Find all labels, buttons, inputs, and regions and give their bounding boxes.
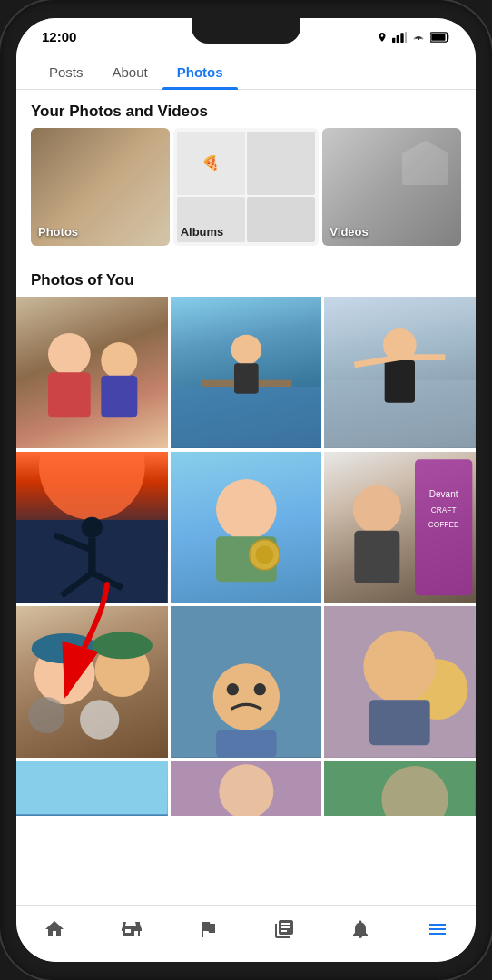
nav-news[interactable] — [262, 915, 306, 944]
grid-photo-9[interactable] — [324, 606, 476, 758]
grid-photo-5[interactable] — [171, 452, 322, 603]
photos-videos-header: Your Photos and Videos — [16, 90, 476, 128]
notch — [192, 18, 300, 44]
svg-point-30 — [255, 545, 273, 564]
nav-home[interactable] — [33, 915, 76, 944]
nav-marketplace[interactable] — [109, 915, 153, 944]
menu-icon — [427, 918, 448, 940]
grid-photo-2[interactable] — [171, 297, 322, 448]
svg-point-27 — [216, 479, 277, 540]
top-thumbnails: Photos 🍕 Albums — [16, 128, 476, 259]
svg-rect-10 — [171, 387, 322, 448]
svg-point-46 — [226, 683, 238, 695]
svg-point-41 — [92, 632, 153, 660]
news-icon — [273, 918, 295, 940]
grid-row2-wrapper: Devant CRAFT COFFEE — [16, 452, 476, 607]
partial-photo-3[interactable] — [324, 761, 476, 816]
photos-grid-row3 — [16, 606, 476, 761]
photos-grid-row1 — [16, 297, 476, 452]
svg-point-43 — [80, 701, 119, 740]
thumb-albums[interactable]: 🍕 Albums — [173, 128, 320, 246]
nav-menu[interactable] — [416, 915, 459, 944]
svg-rect-48 — [216, 730, 277, 758]
grid-photo-8[interactable] — [171, 606, 322, 758]
svg-point-39 — [32, 633, 98, 663]
battery-icon — [430, 32, 450, 43]
svg-point-12 — [231, 335, 261, 365]
svg-point-47 — [253, 683, 265, 695]
svg-point-45 — [212, 664, 279, 730]
svg-point-6 — [48, 333, 91, 376]
thumb-photos-label: Photos — [38, 225, 78, 239]
svg-text:CRAFT: CRAFT — [431, 505, 457, 514]
svg-rect-54 — [16, 814, 168, 816]
phone-frame: 12:00 — [0, 0, 492, 980]
store-icon — [120, 918, 142, 940]
svg-rect-5 — [431, 34, 445, 41]
location-icon — [377, 32, 388, 43]
svg-point-22 — [82, 516, 103, 537]
nav-notifications[interactable] — [339, 915, 382, 944]
bottom-nav — [16, 905, 476, 962]
svg-text:COFFEE: COFFEE — [428, 520, 459, 529]
grid-photo-6[interactable]: Devant CRAFT COFFEE — [324, 452, 476, 603]
svg-rect-16 — [385, 360, 415, 403]
tab-posts[interactable]: Posts — [34, 57, 98, 89]
svg-rect-9 — [101, 376, 137, 418]
svg-point-35 — [353, 485, 401, 533]
svg-rect-0 — [392, 37, 395, 42]
grid-photo-4[interactable] — [16, 452, 168, 603]
thumb-photos[interactable]: Photos — [31, 128, 170, 246]
signal-icon — [392, 32, 407, 43]
thumb-albums-label: Albums — [181, 225, 224, 239]
svg-rect-13 — [234, 363, 259, 393]
svg-point-42 — [28, 697, 64, 733]
tab-about[interactable]: About — [98, 57, 162, 89]
svg-text:Devant: Devant — [429, 489, 458, 499]
partial-photo-1[interactable] — [16, 761, 168, 816]
content-area[interactable]: Posts About Photos Your Photos and Video… — [16, 48, 476, 905]
status-icons — [377, 32, 450, 43]
grid-photo-3[interactable] — [324, 297, 476, 448]
thumb-videos[interactable]: Videos — [322, 128, 461, 246]
svg-rect-1 — [397, 35, 399, 43]
partial-row — [16, 761, 476, 819]
svg-rect-52 — [369, 701, 430, 746]
partial-photo-2[interactable] — [171, 761, 322, 816]
thumb-videos-label: Videos — [330, 225, 368, 239]
photos-grid-row2: Devant CRAFT COFFEE — [16, 452, 476, 607]
bottom-spacer — [16, 819, 476, 828]
grid-photo-7[interactable] — [16, 606, 168, 758]
svg-rect-3 — [405, 32, 407, 43]
svg-point-8 — [101, 342, 137, 378]
svg-point-51 — [364, 631, 437, 703]
svg-rect-53 — [16, 761, 168, 816]
photos-of-you-header: Photos of You — [16, 259, 476, 297]
tab-photos[interactable]: Photos — [162, 57, 238, 89]
bell-icon — [349, 918, 371, 940]
tabs-row: Posts About Photos — [16, 48, 476, 90]
flag-icon — [197, 918, 219, 940]
svg-rect-36 — [355, 530, 400, 583]
status-time: 12:00 — [42, 29, 76, 44]
nav-pages[interactable] — [186, 915, 230, 944]
phone-screen: 12:00 — [16, 18, 476, 962]
svg-point-19 — [39, 452, 145, 520]
svg-rect-7 — [48, 372, 91, 417]
svg-rect-2 — [400, 33, 403, 43]
home-icon — [44, 918, 65, 940]
wifi-icon — [411, 32, 426, 43]
grid-photo-1[interactable] — [16, 297, 168, 448]
